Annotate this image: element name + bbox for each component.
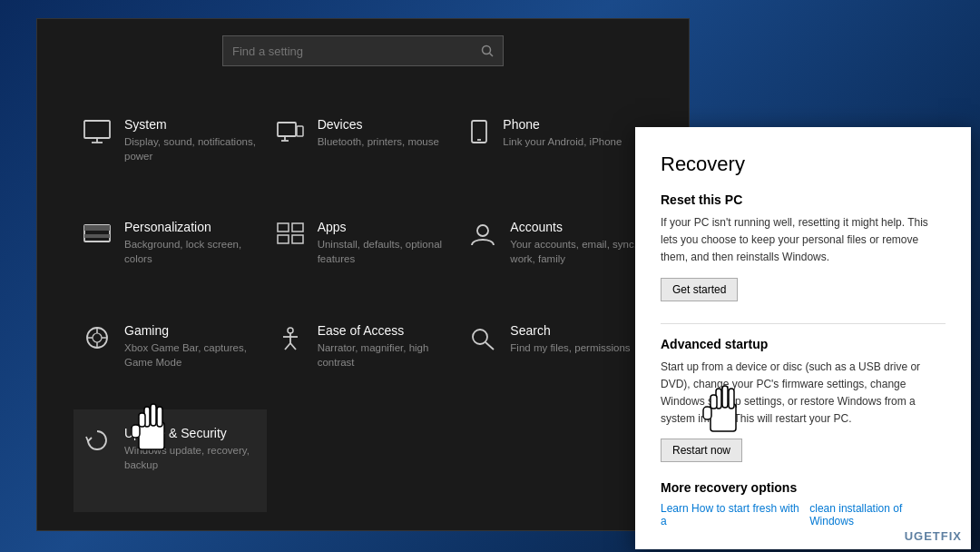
svg-line-28: [285, 343, 290, 350]
reset-pc-desc: If your PC isn't running well, resetting…: [661, 214, 946, 267]
ease-of-access-icon: [276, 325, 305, 350]
apps-title: Apps: [318, 220, 451, 234]
search-icon: [481, 44, 494, 57]
phone-title: Phone: [503, 117, 622, 132]
gaming-icon: [83, 325, 112, 350]
settings-item-ease-of-access[interactable]: Ease of Access Narrator, magnifier, high…: [267, 307, 460, 409]
watermark: UGETFIX: [905, 529, 962, 543]
svg-line-31: [485, 342, 494, 350]
system-item-text: System Display, sound, notifications, po…: [124, 117, 258, 163]
monitor-icon: [83, 119, 112, 144]
ease-of-access-desc: Narrator, magnifier, high contrast: [318, 340, 451, 370]
settings-item-accounts[interactable]: Accounts Your accounts, email, sync, wor…: [459, 203, 652, 306]
personalization-desc: Background, lock screen, colors: [124, 237, 258, 266]
phone-item-text: Phone Link your Android, iPhone: [503, 117, 622, 149]
personalization-item-text: Personalization Background, lock screen,…: [124, 220, 258, 266]
gaming-title: Gaming: [124, 323, 258, 338]
more-recovery-label: More re: [661, 480, 707, 495]
svg-point-18: [477, 225, 488, 236]
update-security-desc: Windows update, recovery, backup: [124, 443, 258, 472]
devices-icon: [276, 119, 305, 144]
accounts-item-text: Accounts Your accounts, email, sync, wor…: [510, 220, 643, 266]
svg-point-25: [288, 328, 293, 333]
accounts-desc: Your accounts, email, sync, work, family: [510, 237, 643, 266]
settings-item-devices[interactable]: Devices Bluetooth, printers, mouse: [267, 101, 460, 203]
search-desc: Find my files, permissions: [510, 340, 630, 355]
settings-window: System Display, sound, notifications, po…: [36, 18, 690, 531]
apps-icon: [276, 222, 305, 247]
personalization-title: Personalization: [124, 220, 258, 234]
learn-how-link[interactable]: Learn How to start fresh with a: [661, 502, 804, 527]
svg-line-1: [490, 54, 494, 57]
svg-rect-17: [292, 235, 303, 243]
devices-item-text: Devices Bluetooth, printers, mouse: [318, 117, 439, 149]
settings-item-update-security[interactable]: Update & Security Windows update, recove…: [74, 409, 267, 512]
update-security-item-text: Update & Security Windows update, recove…: [124, 426, 258, 472]
accounts-icon: [468, 222, 497, 247]
svg-point-0: [483, 46, 491, 54]
devices-desc: Bluetooth, printers, mouse: [318, 134, 439, 149]
svg-point-20: [93, 333, 102, 342]
advanced-startup-title: Advanced startup: [661, 337, 946, 351]
ease-of-access-title: Ease of Access: [318, 323, 451, 338]
search-title: Search: [510, 323, 630, 338]
update-security-title: Update & Security: [124, 426, 258, 440]
settings-item-personalization[interactable]: Personalization Background, lock screen,…: [74, 203, 267, 306]
system-desc: Display, sound, notifications, power: [124, 134, 258, 163]
update-icon: [83, 428, 112, 453]
recovery-panel: Recovery Reset this PC If your PC isn't …: [635, 127, 971, 549]
svg-rect-5: [278, 123, 296, 136]
devices-title: Devices: [318, 117, 439, 132]
gaming-desc: Xbox Game Bar, captures, Game Mode: [124, 340, 258, 370]
search-item-text: Search Find my files, permissions: [510, 323, 630, 355]
settings-item-phone[interactable]: Phone Link your Android, iPhone: [459, 101, 652, 203]
restart-now-button[interactable]: Restart now: [661, 439, 742, 462]
phone-desc: Link your Android, iPhone: [503, 134, 622, 149]
more-recovery-suffix: ns: [782, 480, 797, 495]
svg-rect-14: [278, 223, 289, 232]
settings-item-system[interactable]: System Display, sound, notifications, po…: [74, 101, 267, 203]
clean-install-link[interactable]: clean installation of Windows: [809, 502, 946, 527]
search-input[interactable]: [232, 44, 474, 58]
recovery-title: Recovery: [661, 153, 946, 176]
svg-line-29: [290, 343, 296, 350]
svg-rect-15: [292, 223, 303, 232]
recovery-divider: [661, 323, 946, 324]
svg-rect-2: [84, 121, 110, 138]
settings-item-apps[interactable]: Apps Uninstall, defaults, optional featu…: [267, 203, 460, 306]
search-settings-icon: [468, 325, 497, 350]
search-bar-container: [37, 19, 689, 83]
reset-pc-title: Reset this PC: [661, 192, 946, 207]
search-bar[interactable]: [222, 35, 504, 66]
svg-rect-6: [297, 126, 303, 136]
ease-of-access-item-text: Ease of Access Narrator, magnifier, high…: [318, 323, 451, 370]
settings-item-search[interactable]: Search Find my files, permissions: [459, 307, 652, 409]
apps-desc: Uninstall, defaults, optional features: [318, 237, 451, 266]
more-recovery-row: Learn How to start fresh with a clean in…: [661, 502, 946, 527]
gaming-item-text: Gaming Xbox Game Bar, captures, Game Mod…: [124, 323, 258, 370]
svg-rect-12: [84, 225, 110, 231]
more-recovery-title: More recovery options: [661, 480, 946, 495]
personalization-icon: [83, 222, 112, 247]
svg-point-30: [473, 330, 487, 344]
accounts-title: Accounts: [510, 220, 643, 234]
get-started-button[interactable]: Get started: [661, 278, 738, 301]
learn-label: Learn H: [661, 502, 700, 515]
settings-grid: System Display, sound, notifications, po…: [37, 83, 689, 530]
phone-icon: [468, 119, 490, 144]
settings-item-gaming[interactable]: Gaming Xbox Game Bar, captures, Game Mod…: [74, 307, 267, 409]
advanced-startup-desc: Start up from a device or disc (such as …: [661, 359, 946, 429]
apps-item-text: Apps Uninstall, defaults, optional featu…: [318, 220, 451, 266]
system-title: System: [124, 117, 258, 132]
svg-rect-16: [278, 235, 289, 243]
